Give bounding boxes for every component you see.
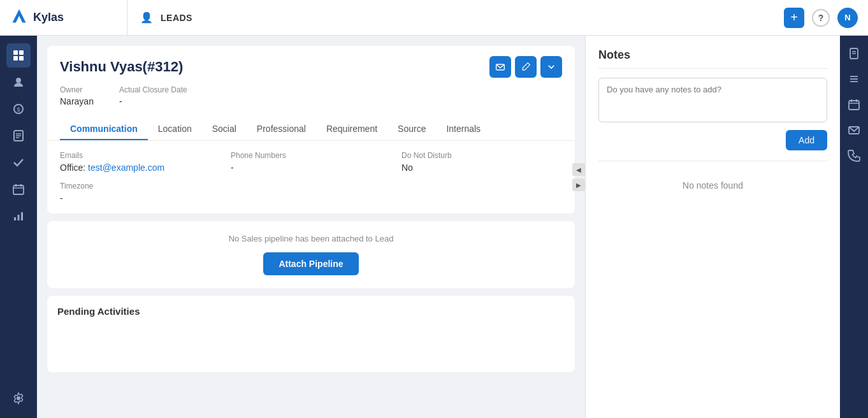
timezone-value: - (60, 193, 562, 203)
app-header: Kylas 👤 LEADS + ? N (0, 0, 868, 36)
content-area: Vishnu Vyas(#312) (37, 36, 868, 418)
phone-label: Phone Numbers (231, 151, 391, 160)
far-right-panel (840, 36, 868, 418)
owner-value: Narayan (60, 96, 94, 106)
nav-label: LEADS (161, 13, 192, 23)
svg-rect-4 (19, 56, 24, 61)
sidebar-item-contacts[interactable] (6, 70, 31, 94)
tab-requirement[interactable]: Requirement (316, 119, 387, 140)
owner-field: Owner Narayan (60, 85, 94, 107)
closure-date-label: Actual Closure Date (119, 85, 187, 94)
scroll-down-arrow[interactable]: ▶ (572, 178, 585, 191)
pipeline-card: No Sales pipeline has been attached to L… (47, 221, 575, 288)
owner-label: Owner (60, 85, 94, 94)
far-right-document-icon[interactable] (844, 43, 864, 64)
sidebar-item-deals[interactable]: $ (6, 97, 31, 121)
emails-field: Emails Office: test@example.com (60, 151, 221, 173)
lead-title-row: Vishnu Vyas(#312) (60, 56, 562, 78)
tab-social[interactable]: Social (202, 119, 247, 140)
svg-marker-0 (13, 9, 26, 22)
lead-tabs: Communication Location Social Profession… (60, 116, 562, 140)
notes-textarea[interactable] (598, 78, 827, 122)
sidebar-item-tasks[interactable] (6, 150, 31, 175)
tab-internals[interactable]: Internals (436, 119, 491, 140)
right-panel-notes: Notes Add No notes found (585, 36, 840, 418)
app-wrapper: $ Vishnu Vyas(#312) (0, 0, 868, 418)
far-right-list-icon[interactable] (844, 69, 864, 89)
sidebar-item-orders[interactable] (6, 124, 31, 148)
lead-actions (489, 56, 562, 78)
svg-point-5 (16, 78, 21, 83)
brand-name: Kylas (33, 11, 64, 24)
far-right-calendar-icon[interactable] (844, 94, 864, 115)
lead-title: Vishnu Vyas(#312) (60, 59, 183, 75)
tab-source[interactable]: Source (387, 119, 436, 140)
far-right-mail-icon[interactable] (844, 120, 864, 140)
phone-field: Phone Numbers - (231, 151, 391, 173)
dnd-label: Do Not Disturb (401, 151, 562, 160)
svg-rect-18 (21, 212, 23, 220)
timezone-field: Timezone - (60, 182, 562, 203)
lead-meta: Owner Narayan Actual Closure Date - (60, 85, 562, 107)
svg-rect-12 (13, 185, 24, 194)
svg-rect-16 (14, 217, 16, 220)
notes-add-button[interactable]: Add (786, 130, 827, 150)
communication-section: Emails Office: test@example.com Phone Nu… (60, 151, 562, 173)
sidebar-item-settings[interactable] (6, 386, 31, 410)
svg-point-19 (17, 396, 20, 400)
timezone-label: Timezone (60, 182, 562, 191)
brand-logo-icon (10, 7, 28, 29)
phone-value: - (231, 162, 391, 173)
tab-professional[interactable]: Professional (247, 119, 316, 140)
brand-section: Kylas (0, 0, 127, 35)
pipeline-empty-text: No Sales pipeline has been attached to L… (60, 234, 562, 243)
sidebar-item-calendar[interactable] (6, 177, 31, 201)
svg-text:$: $ (17, 106, 20, 113)
lead-header: Vishnu Vyas(#312) (47, 46, 575, 140)
pending-activities-card: Pending Activities (47, 296, 575, 372)
svg-rect-27 (849, 101, 859, 110)
closure-date-field: Actual Closure Date - (119, 85, 187, 107)
svg-rect-3 (13, 56, 18, 61)
notes-title: Notes (598, 48, 827, 69)
nav-person-icon: 👤 (140, 11, 153, 24)
add-button[interactable]: + (784, 8, 804, 28)
edit-action-button[interactable] (515, 56, 537, 78)
scroll-up-arrow[interactable]: ◀ (572, 163, 585, 176)
header-actions: + ? N (774, 8, 868, 28)
dnd-value: No (401, 162, 562, 173)
left-sidebar: $ (0, 36, 37, 418)
far-right-phone-icon[interactable] (844, 145, 864, 166)
svg-rect-17 (18, 215, 20, 220)
closure-date-value: - (119, 96, 122, 106)
attach-pipeline-button[interactable]: Attach Pipeline (263, 252, 358, 275)
sidebar-item-dashboard[interactable] (6, 43, 31, 68)
svg-rect-1 (13, 50, 18, 55)
user-avatar[interactable]: N (837, 8, 858, 28)
notes-divider (598, 161, 827, 161)
notes-empty-text: No notes found (598, 180, 827, 191)
dnd-field: Do Not Disturb No (401, 151, 562, 173)
timezone-row: Timezone - (60, 182, 562, 203)
email-link[interactable]: test@example.com (88, 162, 164, 173)
more-action-button[interactable] (540, 56, 562, 78)
scroll-arrows: ◀ ▶ (572, 163, 585, 191)
help-button[interactable]: ? (812, 9, 830, 27)
emails-value: Office: test@example.com (60, 162, 221, 173)
pending-activities-title: Pending Activities (57, 306, 565, 317)
svg-rect-2 (19, 50, 24, 55)
tab-location[interactable]: Location (148, 119, 202, 140)
sidebar-item-reports[interactable] (6, 204, 31, 228)
email-prefix: Office: (60, 162, 85, 173)
tab-communication[interactable]: Communication (60, 119, 148, 140)
emails-label: Emails (60, 151, 221, 160)
lead-body-communication: Emails Office: test@example.com Phone Nu… (47, 140, 575, 213)
header-nav: 👤 LEADS (127, 11, 774, 24)
email-action-button[interactable] (489, 56, 511, 78)
main-content: Vishnu Vyas(#312) (37, 36, 585, 418)
